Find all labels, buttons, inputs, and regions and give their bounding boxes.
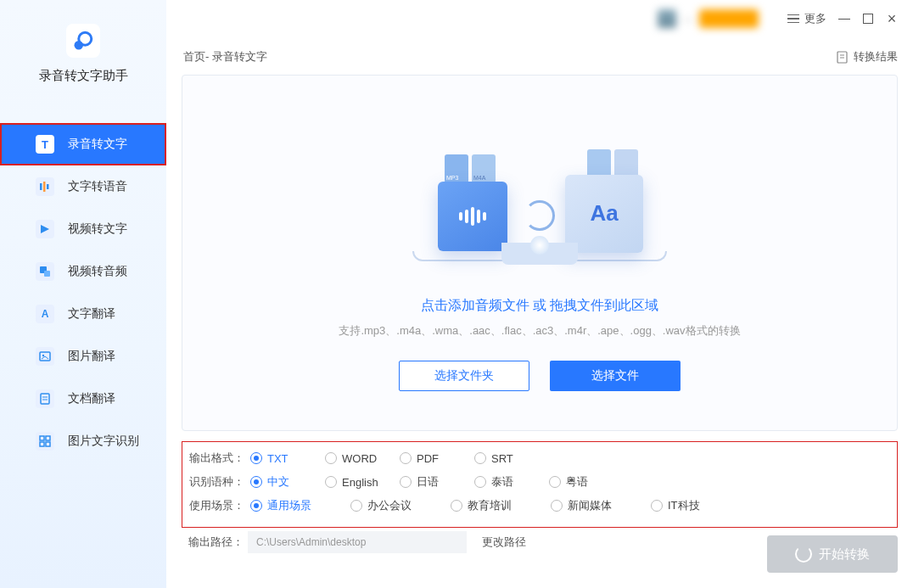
sidebar-item-label: 图片文字识别 [68,434,139,449]
radio-scene-4[interactable]: IT科技 [651,498,751,513]
radio-label: 新闻媒体 [568,498,612,513]
option-label: 输出格式： [189,451,250,466]
sidebar-item-0[interactable]: T录音转文字 [0,123,166,165]
titlebar: ··· 更多 × [658,0,913,37]
sidebar-icon [36,347,54,366]
dropzone-title: 点击添加音频文件 或 拖拽文件到此区域 [421,297,659,315]
sidebar-item-3[interactable]: 视频转音频 [0,250,166,293]
option-label: 使用场景： [189,498,250,513]
radio-label: 中文 [267,474,289,490]
radio-scene-3[interactable]: 新闻媒体 [551,498,651,513]
sidebar-icon [36,220,54,238]
start-convert-button[interactable]: 开始转换 [767,535,898,573]
radio-icon [551,500,563,512]
select-folder-button[interactable]: 选择文件夹 [399,361,529,391]
radio-lang-2[interactable]: 日语 [400,474,474,490]
radio-label: SRT [491,452,513,465]
sidebar-item-label: 视频转文字 [68,221,127,237]
option-row-lang: 识别语种：中文English日语泰语粤语 [189,474,890,490]
minimize-button[interactable] [838,13,850,25]
radio-label: 通用场景 [267,498,311,513]
radio-label: 泰语 [491,474,513,490]
breadcrumb: 首页- 录音转文字 [183,49,267,64]
sidebar-item-label: 文字转语音 [68,179,127,194]
radio-icon [549,476,561,488]
svg-rect-14 [40,442,44,446]
results-link[interactable]: 转换结果 [836,49,898,64]
sidebar: 录音转文字助手 T录音转文字文字转语音视频转文字视频转音频A文字翻译图片翻译文档… [0,0,166,588]
radio-lang-3[interactable]: 泰语 [474,474,549,490]
radio-label: 粤语 [566,474,588,490]
radio-icon [250,500,262,512]
radio-label: English [342,476,378,489]
options-panel: 输出格式：TXTWORDPDFSRT识别语种：中文English日语泰语粤语使用… [182,441,898,528]
maximize-button[interactable] [862,13,874,25]
sidebar-item-label: 视频转音频 [68,264,127,279]
more-menu[interactable]: 更多 [787,11,826,26]
svg-rect-2 [40,183,42,190]
sidebar-item-label: 文档翻译 [68,391,115,406]
sidebar-item-4[interactable]: A文字翻译 [0,293,166,335]
radio-scene-1[interactable]: 办公会议 [350,498,451,513]
svg-point-1 [75,41,84,50]
radio-label: IT科技 [668,498,700,513]
radio-icon [325,452,337,464]
sidebar-icon [36,262,54,281]
radio-icon [250,452,262,464]
radio-icon [325,476,337,488]
dropzone[interactable]: Aa 点击添加音频文件 或 拖拽文件到此区域 支持.mp3、.m4a、.wma、… [182,75,898,431]
close-button[interactable]: × [886,13,898,25]
radio-format-3[interactable]: SRT [474,452,549,465]
option-label: 识别语种： [189,474,250,490]
spinner-icon [795,546,812,563]
radio-icon [350,500,362,512]
more-label: 更多 [804,11,826,26]
radio-label: PDF [417,452,439,465]
upgrade-button[interactable] [699,9,759,28]
sidebar-icon [36,432,54,451]
radio-lang-4[interactable]: 粤语 [549,474,624,490]
sidebar-item-1[interactable]: 文字转语音 [0,165,166,208]
radio-label: TXT [267,452,288,465]
radio-scene-2[interactable]: 教育培训 [451,498,551,513]
sidebar-item-label: 文字翻译 [68,306,115,322]
radio-lang-1[interactable]: English [325,476,400,489]
radio-scene-0[interactable]: 通用场景 [250,498,350,513]
svg-point-8 [42,355,44,356]
app-logo [66,24,100,58]
change-path-link[interactable]: 更改路径 [482,535,526,550]
svg-rect-3 [43,182,46,192]
radio-icon [651,500,663,512]
svg-rect-13 [46,436,50,440]
svg-rect-12 [40,436,44,440]
user-area: ··· [658,9,759,28]
radio-format-0[interactable]: TXT [250,452,325,465]
sidebar-item-7[interactable]: 图片文字识别 [0,420,166,462]
dropzone-subtitle: 支持.mp3、.m4a、.wma、.aac、.flac、.ac3、.m4r、.a… [339,323,740,339]
sidebar-icon [36,177,54,196]
sidebar-icon: T [36,135,54,154]
radio-format-2[interactable]: PDF [400,452,474,465]
dropzone-illustration: Aa [404,141,675,285]
radio-icon [474,452,486,464]
svg-rect-6 [44,271,50,277]
radio-icon [250,476,262,488]
sidebar-item-label: 录音转文字 [68,137,127,152]
svg-rect-4 [47,184,49,189]
select-file-button[interactable]: 选择文件 [550,361,681,391]
radio-format-1[interactable]: WORD [325,452,400,465]
radio-label: 办公会议 [367,498,412,513]
sidebar-icon: A [36,305,54,323]
sidebar-item-6[interactable]: 文档翻译 [0,378,166,420]
main-area: 首页- 录音转文字 转换结果 Aa 点击添加音频文件 或 拖拽文件到此区域 支持… [166,49,913,588]
output-path-label: 输出路径： [182,535,248,550]
sidebar-item-2[interactable]: 视频转文字 [0,208,166,250]
option-row-format: 输出格式：TXTWORDPDFSRT [189,451,890,466]
output-path-value[interactable]: C:\Users\Admin\desktop [248,531,467,553]
app-name: 录音转文字助手 [0,68,166,84]
option-row-scene: 使用场景：通用场景办公会议教育培训新闻媒体IT科技 [189,498,890,513]
breadcrumb-bar: 首页- 录音转文字 转换结果 [182,49,898,64]
sidebar-item-5[interactable]: 图片翻译 [0,335,166,378]
radio-lang-0[interactable]: 中文 [250,474,325,490]
sidebar-icon [36,389,54,408]
